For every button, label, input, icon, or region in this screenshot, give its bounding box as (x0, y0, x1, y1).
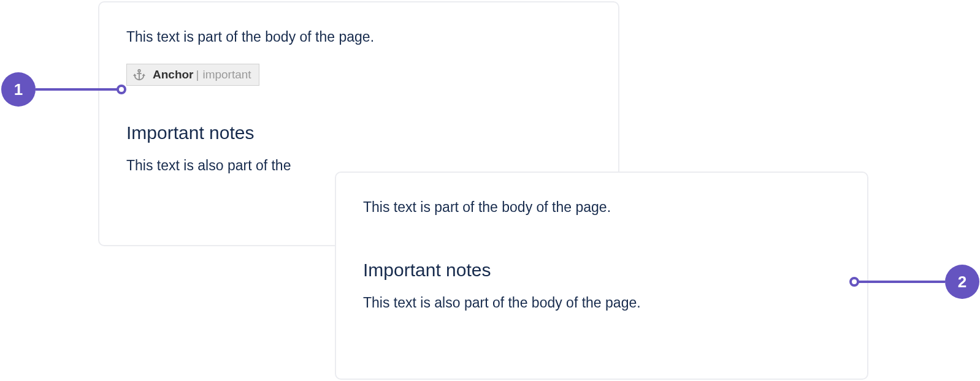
anchor-macro-value: important (202, 68, 251, 81)
callout-connector-dot (117, 85, 126, 94)
callout-badge: 2 (945, 265, 979, 299)
anchor-icon (132, 67, 147, 82)
rendered-panel: This text is part of the body of the pag… (335, 172, 868, 380)
callout-connector-line (854, 281, 945, 283)
body-paragraph: This text is also part of the body of th… (363, 293, 840, 312)
callout-badge: 1 (1, 72, 36, 107)
anchor-macro-separator: | (196, 68, 199, 81)
body-paragraph: This text is part of the body of the pag… (126, 27, 591, 47)
anchor-macro-pill[interactable]: Anchor | important (126, 64, 259, 86)
section-heading: Important notes (126, 123, 591, 143)
callout-connector-dot (849, 277, 859, 287)
callout-connector-line (36, 88, 121, 91)
body-paragraph: This text is part of the body of the pag… (363, 197, 840, 217)
section-heading: Important notes (363, 260, 840, 281)
callout-marker-2: 2 (854, 265, 979, 299)
anchor-macro-label: Anchor (153, 68, 194, 81)
callout-marker-1: 1 (1, 72, 121, 107)
